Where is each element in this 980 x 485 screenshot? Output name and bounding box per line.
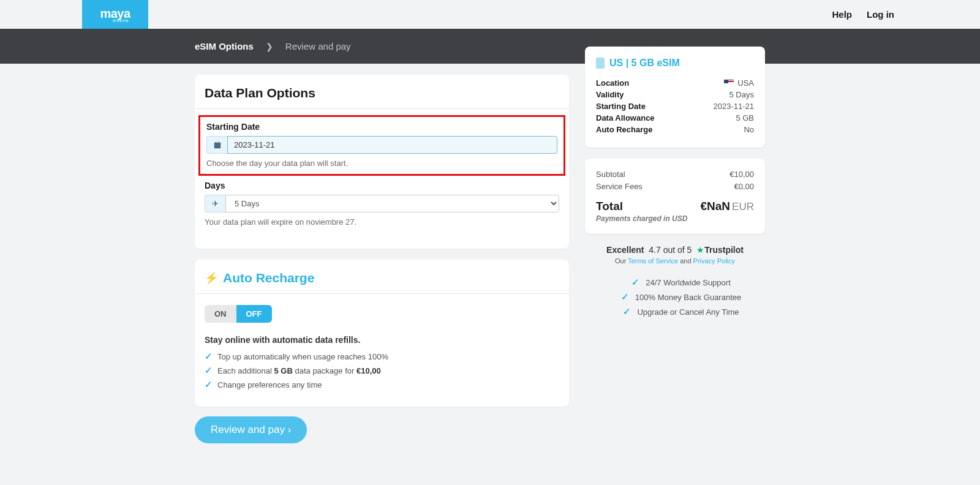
order-summary-card: US | 5 GB eSIM LocationUSA Validity5 Day… — [585, 47, 765, 148]
price-row-subtotal: Subtotal€10,00 — [596, 170, 754, 179]
benefit-list: ✓24/7 Worldwide Support ✓100% Money Back… — [585, 277, 765, 317]
check-icon: ✓ — [631, 277, 639, 288]
benefit-item: ✓24/7 Worldwide Support — [597, 277, 765, 288]
highlight-annotation: Starting Date Choose the day your data p… — [198, 115, 565, 176]
top-bar: maya mobile Help Log in — [0, 0, 980, 29]
summary-title: US | 5 GB eSIM — [596, 58, 754, 69]
data-plan-title: Data Plan Options — [205, 86, 559, 100]
feature-item: ✓Top up automatically when usage reaches… — [205, 351, 559, 362]
logo[interactable]: maya mobile — [82, 0, 148, 29]
starting-date-input[interactable] — [227, 136, 557, 154]
summary-row-validity: Validity5 Days — [596, 90, 754, 99]
check-icon: ✓ — [623, 306, 631, 317]
summary-row-auto-recharge: Auto RechargeNo — [596, 125, 754, 134]
auto-recharge-card: ⚡ Auto Recharge ON OFF Stay online with … — [195, 260, 569, 407]
top-links: Help Log in — [832, 9, 956, 20]
tos-link[interactable]: Terms of Service — [628, 257, 678, 265]
benefit-item: ✓Upgrade or Cancel Any Time — [597, 306, 765, 317]
toggle-off-button[interactable]: OFF — [236, 305, 272, 323]
auto-recharge-toggle: ON OFF — [205, 305, 272, 323]
days-helper: Your data plan will expire on noviembre … — [205, 217, 559, 227]
star-icon: ★ — [696, 245, 704, 255]
starting-date-label: Starting Date — [206, 122, 557, 132]
benefit-item: ✓100% Money Back Guarantee — [597, 291, 765, 303]
trustpilot-row: Excellent 4.7 out of 5 ★Trustpilot — [585, 245, 765, 255]
review-and-pay-button[interactable]: Review and pay › — [195, 416, 307, 443]
days-label: Days — [205, 181, 559, 190]
feature-item: ✓Change preferences any time — [205, 379, 559, 390]
legal-text: Our Terms of Service and Privacy Policy — [585, 257, 765, 265]
price-row-total: Total Payments charged in USD €NaNEUR — [596, 200, 754, 223]
price-row-fees: Service Fees€0,00 — [596, 182, 754, 191]
help-link[interactable]: Help — [832, 9, 852, 20]
breadcrumb-step-1[interactable]: eSIM Options — [195, 41, 254, 51]
check-icon: ✓ — [205, 351, 213, 362]
svg-rect-1 — [214, 142, 221, 143]
login-link[interactable]: Log in — [867, 9, 894, 20]
toggle-on-button[interactable]: ON — [205, 305, 236, 323]
check-icon: ✓ — [621, 291, 629, 303]
days-select[interactable]: 5 Days — [225, 195, 559, 212]
feature-item: ✓Each additional 5 GB data package for €… — [205, 365, 559, 376]
summary-row-location: LocationUSA — [596, 78, 754, 88]
summary-row-starting-date: Starting Date2023-11-21 — [596, 102, 754, 111]
calendar-icon — [206, 136, 227, 154]
bolt-icon: ⚡ — [205, 271, 218, 285]
check-icon: ✓ — [205, 365, 213, 376]
breadcrumb: eSIM Options ❯ Review and pay — [0, 29, 980, 64]
sim-icon — [596, 58, 605, 69]
chevron-right-icon: ❯ — [266, 42, 273, 51]
feature-list: ✓Top up automatically when usage reaches… — [205, 351, 559, 390]
privacy-link[interactable]: Privacy Policy — [693, 257, 735, 265]
auto-recharge-title: ⚡ Auto Recharge — [205, 271, 559, 285]
starting-date-helper: Choose the day your data plan will start… — [206, 159, 557, 168]
pricing-card: Subtotal€10,00 Service Fees€0,00 Total P… — [585, 159, 765, 234]
us-flag-icon — [724, 80, 734, 86]
refill-title: Stay online with automatic data refills. — [205, 335, 559, 345]
check-icon: ✓ — [205, 379, 213, 390]
data-plan-card: Data Plan Options Starting Date Choose t… — [195, 75, 569, 249]
plane-icon: ✈ — [205, 195, 225, 212]
summary-row-data-allowance: Data Allowance5 GB — [596, 113, 754, 122]
breadcrumb-step-2: Review and pay — [285, 41, 351, 51]
